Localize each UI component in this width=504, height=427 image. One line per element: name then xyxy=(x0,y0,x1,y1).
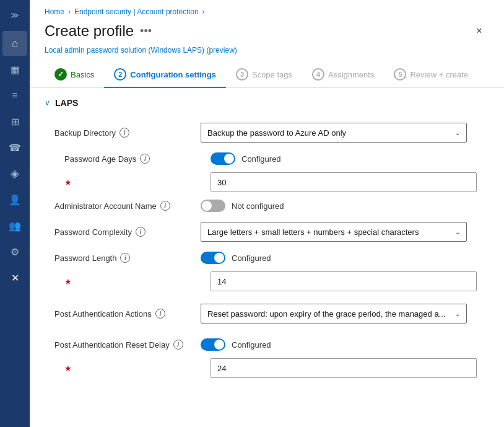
sidebar-item-users[interactable]: 👤 xyxy=(2,187,27,212)
post-auth-reset-delay-required-star: ★ xyxy=(64,364,201,373)
admin-account-name-toggle-label: Not configured xyxy=(232,201,284,211)
password-complexity-dropdown[interactable]: Large letters + small letters + numbers … xyxy=(201,222,467,242)
post-auth-reset-delay-toggle-label: Configured xyxy=(232,340,271,350)
admin-account-name-toggle-knob xyxy=(202,201,212,211)
password-length-toggle[interactable] xyxy=(201,252,225,264)
sidebar-item-list[interactable]: ≡ xyxy=(2,83,27,108)
post-auth-actions-row: Post Authentication Actions i Reset pass… xyxy=(45,299,489,328)
password-age-days-input-row: ★ xyxy=(45,170,489,195)
post-auth-actions-info-icon[interactable]: i xyxy=(155,309,165,319)
password-age-days-toggle-label: Configured xyxy=(241,154,281,164)
password-age-days-required-star: ★ xyxy=(64,178,201,187)
password-length-required-star: ★ xyxy=(64,277,201,286)
password-age-days-toggle-group: Configured xyxy=(211,152,479,165)
admin-account-name-info-icon[interactable]: i xyxy=(160,201,170,211)
admin-account-name-row: Administrator Account Name i Not configu… xyxy=(45,195,489,217)
backup-directory-row: Backup Directory i Backup the password t… xyxy=(45,118,489,147)
admin-account-name-label: Administrator Account Name i xyxy=(54,201,191,211)
tab-assignments-circle: 4 xyxy=(312,68,324,81)
post-auth-reset-delay-info-icon[interactable]: i xyxy=(173,340,183,350)
password-age-days-control: Configured xyxy=(211,152,479,165)
password-length-input[interactable] xyxy=(211,271,477,291)
close-button[interactable]: × xyxy=(469,21,489,41)
password-age-days-toggle-knob xyxy=(224,154,234,164)
password-length-info-icon[interactable]: i xyxy=(120,253,130,263)
password-length-toggle-row: Password Length i Configured xyxy=(45,247,489,269)
post-auth-reset-delay-input[interactable] xyxy=(211,358,477,378)
page-subtitle: Local admin password solution (Windows L… xyxy=(30,46,504,62)
breadcrumb-endpoint[interactable]: Endpoint security | Account protection xyxy=(74,7,199,16)
post-auth-reset-delay-input-row: ★ xyxy=(45,356,489,381)
password-complexity-chevron-icon: ⌄ xyxy=(455,229,460,236)
password-complexity-info-icon[interactable]: i xyxy=(136,227,146,237)
tab-review-label: Review + create xyxy=(410,70,468,79)
backup-directory-dropdown[interactable]: Backup the password to Azure AD only ⌄ xyxy=(201,123,467,143)
groups-icon: 👥 xyxy=(9,220,21,232)
tab-configuration-label: Configuration settings xyxy=(130,70,216,79)
sidebar-item-apps[interactable]: ⊞ xyxy=(2,109,27,134)
page-header: Create profile ••• × xyxy=(30,19,504,46)
sidebar-item-contacts[interactable]: ☎ xyxy=(2,135,27,160)
sidebar: ≫ ⌂ ▦ ≡ ⊞ ☎ ◈ 👤 👥 ⚙ ✕ xyxy=(0,0,30,427)
post-auth-actions-chevron-icon: ⌄ xyxy=(455,310,460,317)
post-auth-actions-control: Reset password: upon expiry of the grace… xyxy=(201,304,479,324)
tab-configuration-circle: 2 xyxy=(114,68,126,81)
sidebar-item-tools[interactable]: ✕ xyxy=(2,265,27,290)
backup-directory-control: Backup the password to Azure AD only ⌄ xyxy=(201,123,479,143)
post-auth-reset-delay-toggle-row: Post Authentication Reset Delay i Config… xyxy=(45,333,489,356)
password-complexity-row: Password Complexity i Large letters + sm… xyxy=(45,217,489,247)
sidebar-item-settings[interactable]: ⚙ xyxy=(2,239,27,264)
list-icon: ≡ xyxy=(12,90,17,101)
tab-assignments-label: Assignments xyxy=(328,70,374,79)
admin-account-name-toggle-group: Not configured xyxy=(201,200,479,212)
tab-basics-label: Basics xyxy=(71,70,94,79)
home-icon: ⌂ xyxy=(12,38,18,49)
password-age-days-info-icon[interactable]: i xyxy=(140,154,150,164)
password-length-toggle-label: Configured xyxy=(232,253,271,263)
admin-account-name-toggle[interactable] xyxy=(201,200,225,212)
password-age-days-input[interactable] xyxy=(211,172,477,192)
tab-review[interactable]: 5 Review + create xyxy=(384,62,478,88)
password-age-days-toggle[interactable] xyxy=(211,152,235,165)
password-length-toggle-knob xyxy=(214,253,224,263)
backup-directory-label: Backup Directory i xyxy=(54,128,191,138)
laps-section-header[interactable]: ∨ LAPS xyxy=(45,98,489,108)
tab-scope[interactable]: 3 Scope tags xyxy=(226,62,302,88)
backup-directory-info-icon[interactable]: i xyxy=(119,128,129,138)
tools-icon: ✕ xyxy=(11,272,19,284)
admin-account-name-control: Not configured xyxy=(201,200,479,212)
more-options-icon[interactable]: ••• xyxy=(140,25,152,38)
password-length-toggle-group: Configured xyxy=(201,252,479,264)
post-auth-reset-delay-toggle[interactable] xyxy=(201,338,225,351)
tab-configuration[interactable]: 2 Configuration settings xyxy=(104,62,226,88)
password-age-days-toggle-row: Password Age Days i Configured xyxy=(45,147,489,170)
identity-icon: ◈ xyxy=(11,167,19,180)
section-title: LAPS xyxy=(55,98,78,108)
sidebar-item-identity[interactable]: ◈ xyxy=(2,161,27,186)
sidebar-item-groups[interactable]: 👥 xyxy=(2,213,27,238)
dashboard-icon: ▦ xyxy=(11,64,20,76)
post-auth-reset-delay-control: Configured xyxy=(201,338,479,351)
post-auth-reset-delay-toggle-knob xyxy=(214,340,224,350)
post-auth-actions-label: Post Authentication Actions i xyxy=(54,309,191,319)
password-length-label: Password Length i xyxy=(54,253,191,263)
settings-icon: ⚙ xyxy=(11,246,19,258)
password-complexity-label: Password Complexity i xyxy=(54,227,191,237)
sidebar-collapse-button[interactable]: ≫ xyxy=(5,5,25,25)
tab-scope-circle: 3 xyxy=(236,68,248,81)
breadcrumb-home[interactable]: Home xyxy=(45,7,64,16)
password-age-days-label: Password Age Days i xyxy=(64,154,201,164)
content-area: ∨ LAPS Backup Directory i Backup the pas… xyxy=(30,88,504,427)
section-chevron-icon: ∨ xyxy=(45,99,50,107)
tab-assignments[interactable]: 4 Assignments xyxy=(302,62,384,88)
password-length-input-row: ★ xyxy=(45,269,489,294)
tab-basics[interactable]: ✓ Basics xyxy=(45,62,104,88)
tab-scope-label: Scope tags xyxy=(252,70,292,79)
apps-icon: ⊞ xyxy=(11,116,19,128)
breadcrumb: Home › Endpoint security | Account prote… xyxy=(30,0,504,19)
main-panel: Home › Endpoint security | Account prote… xyxy=(30,0,504,427)
sidebar-item-dashboard[interactable]: ▦ xyxy=(2,57,27,82)
post-auth-actions-dropdown[interactable]: Reset password: upon expiry of the grace… xyxy=(201,304,467,324)
post-auth-reset-delay-toggle-group: Configured xyxy=(201,338,479,351)
sidebar-item-home[interactable]: ⌂ xyxy=(2,31,27,56)
